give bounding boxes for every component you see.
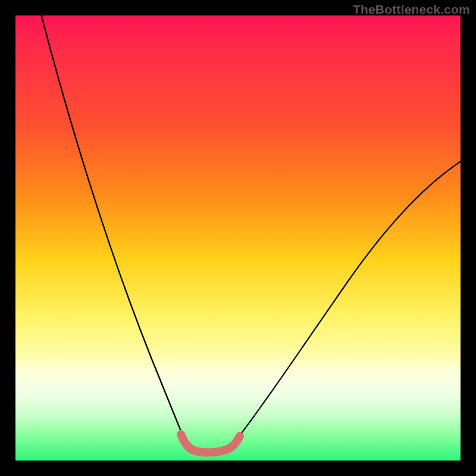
plot-area [15,15,461,461]
chart-stage: TheBottleneck.com [0,0,476,476]
watermark-source: TheBottleneck.com [353,2,470,17]
heat-gradient-fill [15,15,461,461]
